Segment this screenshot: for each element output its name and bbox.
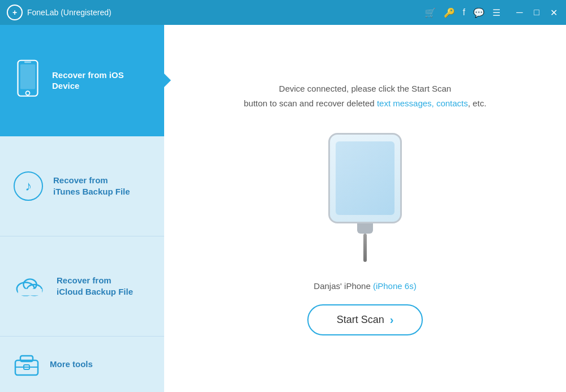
sidebar-label-itunes: Recover from iTunes Backup File <box>53 175 130 197</box>
iphone-cable <box>363 234 367 262</box>
sidebar-label-tools: More tools <box>50 359 93 370</box>
title-bar: + FoneLab (Unregistered) 🛒 🔑 f 💬 ☰ ─ □ ✕ <box>0 0 566 25</box>
toolbox-icon <box>14 350 40 376</box>
cloud-icon <box>14 273 46 297</box>
app-logo: + <box>7 5 23 20</box>
maximize-button[interactable]: □ <box>531 7 542 18</box>
music-note-icon: ♪ <box>25 178 32 194</box>
app-title: FoneLab (Unregistered) <box>27 8 112 17</box>
iphone-connector <box>357 223 373 234</box>
sidebar-item-tools[interactable]: More tools <box>0 337 164 392</box>
window-controls: ─ □ ✕ <box>514 7 559 18</box>
main-layout: Recover from iOS Device ♪ Recover from i… <box>0 25 566 392</box>
chat-icon[interactable]: 💬 <box>473 7 484 18</box>
key-icon[interactable]: 🔑 <box>444 7 455 18</box>
start-scan-chevron-icon: › <box>390 313 394 326</box>
close-button[interactable]: ✕ <box>548 7 559 18</box>
iphone-illustration <box>328 133 402 262</box>
sidebar-label-icloud: Recover from iCloud Backup File <box>57 275 133 297</box>
tools-icon-wrapper <box>14 350 40 378</box>
sidebar: Recover from iOS Device ♪ Recover from i… <box>0 25 164 392</box>
device-name: Danjas' iPhone (iPhone 6s) <box>314 281 416 291</box>
iphone-body <box>328 133 402 223</box>
svg-rect-3 <box>20 64 35 89</box>
ios-icon-wrapper <box>14 59 42 101</box>
sidebar-item-ios[interactable]: Recover from iOS Device <box>0 25 164 136</box>
music-icon-circle: ♪ <box>14 171 43 201</box>
cart-icon[interactable]: 🛒 <box>424 7 436 18</box>
content-area: Device connected, please click the Start… <box>164 25 566 392</box>
title-bar-right: 🛒 🔑 f 💬 ☰ ─ □ ✕ <box>424 7 559 18</box>
svg-rect-5 <box>24 62 31 63</box>
phone-icon <box>14 59 42 99</box>
svg-rect-9 <box>18 288 42 295</box>
svg-text:+: + <box>12 8 17 17</box>
sidebar-label-ios: Recover from iOS Device <box>52 70 124 92</box>
icloud-icon-wrapper <box>14 273 46 299</box>
itunes-icon-wrapper: ♪ <box>14 171 43 201</box>
content-description: Device connected, please click the Start… <box>244 81 487 110</box>
facebook-icon[interactable]: f <box>463 7 465 18</box>
iphone-screen <box>336 141 395 215</box>
start-scan-label: Start Scan <box>337 314 384 326</box>
menu-icon[interactable]: ☰ <box>492 7 500 18</box>
sidebar-item-icloud[interactable]: Recover from iCloud Backup File <box>0 236 164 337</box>
minimize-button[interactable]: ─ <box>514 7 525 18</box>
start-scan-button[interactable]: Start Scan › <box>307 304 423 335</box>
device-model: (iPhone 6s) <box>373 281 417 291</box>
title-bar-left: + FoneLab (Unregistered) <box>7 5 112 20</box>
svg-point-4 <box>26 91 30 95</box>
sidebar-item-itunes[interactable]: ♪ Recover from iTunes Backup File <box>0 136 164 236</box>
